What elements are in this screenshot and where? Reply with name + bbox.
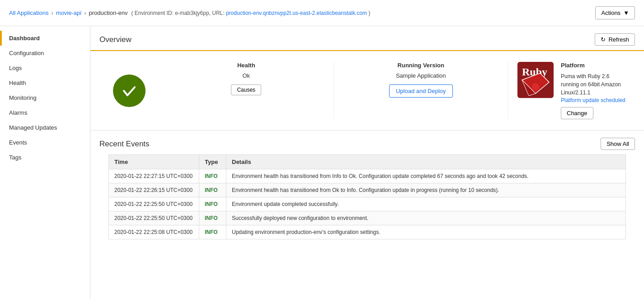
info-badge: INFO bbox=[205, 215, 218, 221]
table-header-row: Time Type Details bbox=[109, 155, 626, 169]
overview-cards: Health Ok Causes Running Version Sample … bbox=[90, 51, 644, 131]
col-details: Details bbox=[226, 155, 626, 169]
separator-2: › bbox=[84, 9, 86, 16]
separator-1: › bbox=[51, 9, 53, 16]
sidebar-item-configuration[interactable]: Configuration bbox=[0, 46, 90, 61]
info-badge: INFO bbox=[205, 201, 218, 207]
event-details: Updating environment production-env's co… bbox=[226, 225, 626, 239]
env-name: production-env bbox=[89, 9, 128, 16]
actions-label: Actions bbox=[601, 9, 620, 16]
sidebar-item-alarms[interactable]: Alarms bbox=[0, 105, 90, 120]
table-row: 2020-01-22 22:27:15 UTC+0300INFOEnvironm… bbox=[109, 169, 626, 183]
events-table-wrap: Time Type Details 2020-01-22 22:27:15 UT… bbox=[90, 154, 644, 248]
refresh-button[interactable]: ↻ Refresh bbox=[595, 33, 635, 46]
event-time: 2020-01-22 22:25:50 UTC+0300 bbox=[109, 211, 199, 225]
info-badge: INFO bbox=[205, 173, 218, 179]
recent-events-header: Recent Events Show All bbox=[90, 131, 644, 154]
event-time: 2020-01-22 22:27:15 UTC+0300 bbox=[109, 169, 199, 183]
health-card-title: Health bbox=[237, 62, 255, 69]
overview-section-header: Overview ↻ Refresh bbox=[90, 26, 644, 51]
event-type: INFO bbox=[199, 211, 226, 225]
event-time: 2020-01-22 22:25:50 UTC+0300 bbox=[109, 197, 199, 211]
sidebar-item-dashboard[interactable]: Dashboard bbox=[0, 31, 90, 46]
table-row: 2020-01-22 22:25:50 UTC+0300INFOEnvironm… bbox=[109, 197, 626, 211]
info-badge: INFO bbox=[205, 187, 218, 193]
health-status-circle bbox=[113, 75, 146, 107]
event-type: INFO bbox=[199, 225, 226, 239]
svg-point-4 bbox=[532, 83, 539, 90]
event-type: INFO bbox=[199, 183, 226, 197]
actions-button[interactable]: Actions ▼ bbox=[595, 6, 635, 19]
col-type: Type bbox=[199, 155, 226, 169]
events-table: Time Type Details 2020-01-22 22:27:15 UT… bbox=[108, 154, 626, 239]
upload-deploy-button[interactable]: Upload and Deploy bbox=[389, 84, 453, 98]
event-details: Environment update completed successfull… bbox=[226, 197, 626, 211]
event-type: INFO bbox=[199, 169, 226, 183]
col-time: Time bbox=[109, 155, 199, 169]
running-version-title: Running Version bbox=[398, 62, 444, 69]
platform-card: Ruby Platform Puma with Ruby 2.6 running… bbox=[508, 62, 635, 119]
event-details: Successfully deployed new configuration … bbox=[226, 211, 626, 225]
sidebar-item-events[interactable]: Events bbox=[0, 135, 90, 150]
main-content: Overview ↻ Refresh Health Ok Causes bbox=[90, 26, 644, 299]
event-time: 2020-01-22 22:26:15 UTC+0300 bbox=[109, 183, 199, 197]
all-applications-link[interactable]: All Applications bbox=[9, 9, 48, 16]
running-version-value: Sample Application bbox=[396, 72, 446, 79]
checkmark-icon bbox=[120, 82, 138, 100]
causes-button[interactable]: Causes bbox=[231, 84, 261, 95]
chevron-down-icon: ▼ bbox=[623, 9, 629, 16]
refresh-icon: ↻ bbox=[601, 36, 606, 43]
sidebar-item-managed-updates[interactable]: Managed Updates bbox=[0, 120, 90, 135]
event-details: Environment health has transitioned from… bbox=[226, 183, 626, 197]
show-all-button[interactable]: Show All bbox=[601, 138, 635, 150]
change-button[interactable]: Change bbox=[561, 107, 593, 119]
overview-title: Overview bbox=[99, 35, 132, 44]
info-badge: INFO bbox=[205, 229, 218, 235]
top-bar: All Applications › movie-api › productio… bbox=[0, 0, 644, 26]
table-row: 2020-01-22 22:25:08 UTC+0300INFOUpdating… bbox=[109, 225, 626, 239]
table-row: 2020-01-22 22:26:15 UTC+0300INFOEnvironm… bbox=[109, 183, 626, 197]
env-url-link[interactable]: production-env.qnbznvpp2t.us-east-2.elas… bbox=[226, 10, 367, 16]
health-card-value: Ok bbox=[242, 72, 250, 79]
breadcrumb: All Applications › movie-api › productio… bbox=[9, 9, 370, 16]
table-row: 2020-01-22 22:25:50 UTC+0300INFOSuccessf… bbox=[109, 211, 626, 225]
ruby-logo-svg: Ruby bbox=[517, 62, 554, 98]
event-type: INFO bbox=[199, 197, 226, 211]
sidebar-item-tags[interactable]: Tags bbox=[0, 150, 90, 165]
sidebar-item-logs[interactable]: Logs bbox=[0, 61, 90, 75]
refresh-label: Refresh bbox=[608, 36, 629, 43]
breadcrumb-meta: ( Environment ID: e-mab3kjy6pp, URL: pro… bbox=[132, 10, 371, 16]
sidebar-item-health[interactable]: Health bbox=[0, 75, 90, 90]
sidebar: Dashboard Configuration Logs Health Moni… bbox=[0, 26, 90, 299]
platform-description: Puma with Ruby 2.6 running on 64bit Amaz… bbox=[561, 72, 626, 97]
recent-events-title: Recent Events bbox=[99, 140, 150, 149]
health-icon-container bbox=[99, 62, 159, 119]
event-details: Environment health has transitioned from… bbox=[226, 169, 626, 183]
platform-update-link[interactable]: Platform update scheduled bbox=[561, 97, 625, 103]
running-version-card: Running Version Sample Application Uploa… bbox=[334, 62, 509, 119]
event-time: 2020-01-22 22:25:08 UTC+0300 bbox=[109, 225, 199, 239]
health-card: Health Ok Causes bbox=[159, 62, 334, 119]
sidebar-item-monitoring[interactable]: Monitoring bbox=[0, 90, 90, 105]
app-link[interactable]: movie-api bbox=[56, 9, 81, 16]
platform-card-title: Platform bbox=[561, 62, 626, 69]
main-layout: Dashboard Configuration Logs Health Moni… bbox=[0, 26, 644, 299]
ruby-logo: Ruby bbox=[517, 62, 554, 98]
